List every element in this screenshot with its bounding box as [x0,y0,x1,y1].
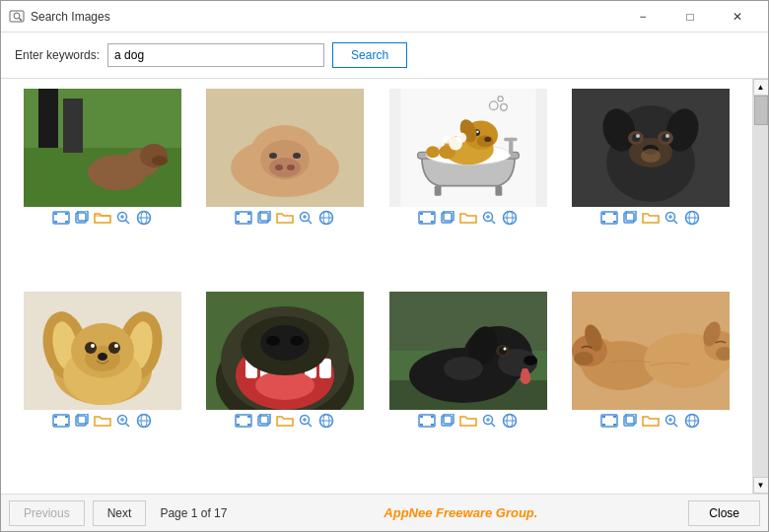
svg-rect-183 [431,416,434,418]
maximize-button[interactable]: □ [667,1,713,33]
image-thumbnail-3[interactable] [389,89,547,207]
folder-icon-5[interactable] [94,414,111,428]
svg-point-61 [476,130,479,133]
copy-icon-5[interactable] [73,414,91,428]
image-thumbnail-6[interactable] [206,292,364,410]
web-icon-5[interactable] [135,414,153,428]
svg-rect-130 [65,424,68,426]
folder-icon-1[interactable] [94,211,111,225]
image-thumbnail-2[interactable] [206,89,364,207]
previous-button[interactable]: Previous [9,500,85,526]
svg-line-214 [674,423,678,427]
svg-line-42 [309,221,313,225]
folder-icon-8[interactable] [642,414,660,428]
film-icon-6[interactable] [235,414,252,428]
svg-rect-182 [420,416,423,418]
zoom-icon-1[interactable] [114,211,132,225]
folder-icon-7[interactable] [459,414,477,428]
svg-rect-38 [247,221,250,223]
zoom-icon-8[interactable] [663,414,680,428]
folder-icon-4[interactable] [642,211,660,225]
web-icon-6[interactable] [317,414,335,428]
web-icon-2[interactable] [317,211,335,225]
svg-rect-127 [54,416,57,418]
image-cell-1 [15,89,190,282]
svg-point-30 [275,165,283,170]
zoom-icon-6[interactable] [297,414,315,428]
svg-rect-210 [613,424,616,426]
image-thumbnail-5[interactable] [24,292,181,410]
film-icon-1[interactable] [52,211,70,225]
folder-icon-2[interactable] [276,211,294,225]
image-thumbnail-4[interactable] [572,89,730,207]
svg-rect-207 [602,416,605,418]
titlebar: Search Images − □ ✕ [1,1,768,33]
next-button[interactable]: Next [93,500,147,526]
svg-point-121 [85,342,97,354]
window-controls: − □ ✕ [620,1,760,33]
svg-point-175 [524,356,537,366]
film-icon-3[interactable] [418,211,436,225]
image-thumbnail-8[interactable] [572,292,730,410]
brand-text: AppNee Freeware Group. [241,505,680,520]
image-cell-7 [381,292,556,485]
image-cell-2 [198,89,374,282]
folder-icon-3[interactable] [459,211,477,225]
web-icon-7[interactable] [501,414,519,428]
svg-rect-71 [420,213,423,215]
film-icon-7[interactable] [418,414,436,428]
web-icon-3[interactable] [501,211,519,225]
zoom-icon-5[interactable] [114,414,132,428]
copy-icon-1[interactable] [73,211,91,225]
image-actions-8 [600,414,701,428]
svg-point-33 [293,153,301,159]
search-button[interactable]: Search [332,42,407,68]
copy-icon-3[interactable] [439,211,456,225]
copy-icon-2[interactable] [255,211,273,225]
film-icon-5[interactable] [52,414,70,428]
svg-rect-36 [247,213,250,215]
svg-rect-5 [38,89,58,148]
copy-icon-8[interactable] [621,414,639,428]
scroll-up-arrow[interactable]: ▲ [753,79,769,96]
vertical-scrollbar[interactable]: ▲ ▼ [752,79,768,494]
image-actions-4 [600,211,701,225]
copy-icon-6[interactable] [255,414,273,428]
web-icon-1[interactable] [135,211,153,225]
film-icon-4[interactable] [600,211,618,225]
folder-icon-6[interactable] [276,414,294,428]
svg-point-32 [269,153,277,159]
zoom-icon-4[interactable] [663,211,680,225]
svg-rect-156 [237,416,240,418]
scroll-down-arrow[interactable]: ▼ [753,477,769,494]
svg-line-19 [125,221,129,225]
copy-icon-4[interactable] [621,211,639,225]
svg-point-66 [456,133,466,143]
image-actions-7 [418,414,519,428]
minimize-button[interactable]: − [620,1,665,33]
image-cell-3 [381,89,556,282]
svg-rect-53 [434,186,441,196]
zoom-icon-3[interactable] [480,211,498,225]
main-window: Search Images − □ ✕ Enter keywords: Sear… [0,0,769,532]
film-icon-8[interactable] [600,414,618,428]
scroll-thumb[interactable] [754,96,768,125]
close-window-button[interactable]: ✕ [715,1,760,33]
zoom-icon-2[interactable] [297,211,315,225]
keywords-input[interactable] [107,43,324,67]
svg-point-58 [476,135,493,147]
web-icon-8[interactable] [683,414,701,428]
web-icon-4[interactable] [683,211,701,225]
image-thumbnail-1[interactable] [24,89,181,207]
close-button[interactable]: Close [688,500,760,526]
image-actions-3 [418,211,519,225]
svg-rect-208 [613,416,616,418]
zoom-icon-7[interactable] [480,414,498,428]
copy-icon-7[interactable] [439,414,456,428]
svg-rect-157 [247,416,250,418]
image-thumbnail-7[interactable] [389,292,547,410]
svg-rect-209 [602,424,605,426]
scroll-track[interactable] [753,96,769,477]
svg-rect-129 [54,424,57,426]
film-icon-2[interactable] [235,211,252,225]
